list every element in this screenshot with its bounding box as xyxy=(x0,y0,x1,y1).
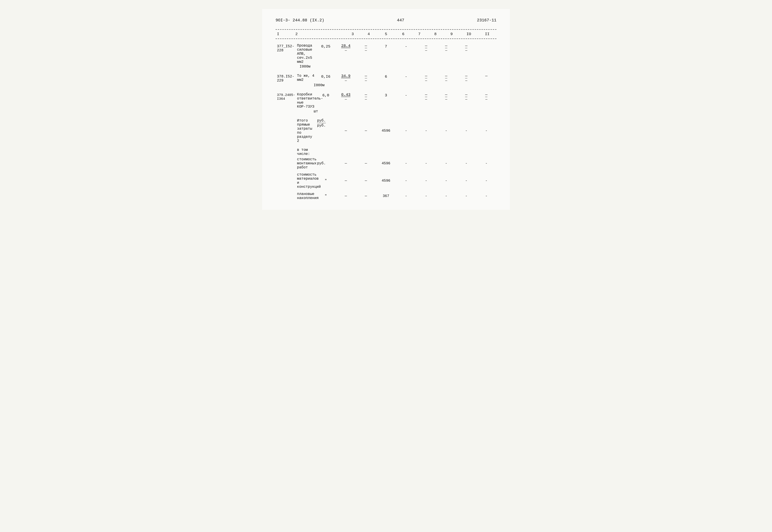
spacer-row2 xyxy=(276,170,496,172)
data-table: 377_I52-228 Провода силовые АПВ, сеч.2х5… xyxy=(276,43,496,201)
summary-unit-under: руб. xyxy=(317,124,326,128)
summary-unit-over: руб. xyxy=(317,119,326,123)
header-center: 447 xyxy=(397,18,404,23)
row2-col8-over: — xyxy=(425,74,427,78)
top-divider xyxy=(276,29,496,30)
summary-col9: - xyxy=(436,118,456,144)
row3-col11-under: — xyxy=(485,97,487,101)
row3-col5: — — xyxy=(356,92,376,109)
sub-row-2: стоимость материалов и конструкций " — —… xyxy=(276,172,496,190)
row3-unit: шт xyxy=(296,109,316,118)
table-row: 378.I52-229 То же, 4 мм2 0,I6 34,9 — — — xyxy=(276,73,496,83)
sub-row3-desc: плановые накопления xyxy=(296,191,316,201)
sub-row2-line2: конструкций xyxy=(297,185,314,189)
row1-col8-under: — xyxy=(425,49,427,52)
col-header-3: 3 xyxy=(345,31,361,37)
sub-row3-col8: - xyxy=(416,191,436,201)
header-right: 23167-11 xyxy=(477,18,496,23)
table-row: 379.2405-I364 Коробки ответвитель- ные К… xyxy=(276,92,496,109)
row2-col10: — — xyxy=(456,73,476,83)
sub-header-empty xyxy=(276,147,296,157)
row3-col9-over: — xyxy=(445,93,447,97)
row2-col5-over: — xyxy=(365,74,367,78)
sub-row1-col6: 4596 xyxy=(376,157,396,170)
summary-desc-line1: Итого прямые затраты xyxy=(297,119,314,131)
col-header-5: 5 xyxy=(377,31,395,37)
sub-row3-col9: - xyxy=(436,191,456,201)
row2-col9-under: — xyxy=(445,79,447,83)
row1-col5: — — xyxy=(356,43,376,65)
row3-col10-under: — xyxy=(465,97,467,101)
sub-row1-empty xyxy=(276,157,296,170)
row3-desc: Коробки ответвитель- ные КОР-73УЗ xyxy=(296,92,316,109)
row1-unit: I000м xyxy=(296,65,316,73)
sub-row1-col8: - xyxy=(416,157,436,170)
row1-code: 377_I52-228 xyxy=(276,43,296,65)
header-left: 9OI-3- 244.88 (IX.2) xyxy=(276,18,324,23)
spacer-row xyxy=(276,144,496,147)
row2-col10-over: — xyxy=(465,74,467,78)
row1-desc: Провода силовые АПВ, сеч.2х5 мм2 xyxy=(296,43,316,65)
summary-col4: — xyxy=(336,118,356,144)
summary-col6: 4596 xyxy=(376,118,396,144)
page: 9OI-3- 244.88 (IX.2) 447 23167-11 I 2 3 … xyxy=(262,9,510,210)
summary-col7: - xyxy=(396,118,416,144)
sub-row1-col10: - xyxy=(456,157,476,170)
summary-col10: - xyxy=(456,118,476,144)
row3-col9: — — xyxy=(436,92,456,109)
header: 9OI-3- 244.88 (IX.2) 447 23167-11 xyxy=(276,18,496,23)
row3-desc-line1: Коробки ответвитель- xyxy=(297,93,314,101)
row1-col10-over: — xyxy=(465,44,467,48)
sub-row3-col4: — xyxy=(336,191,356,201)
row1-col3: 0,25 xyxy=(316,43,336,65)
sub-row1-line2: работ xyxy=(297,165,314,170)
summary-col5: — xyxy=(356,118,376,144)
row1-col10-under: — xyxy=(465,49,467,52)
summary-total-row: Итого прямые затраты по разделу 2 руб. р… xyxy=(276,118,496,144)
sub-row1-desc: стоимость монтажных работ xyxy=(296,157,316,170)
row3-desc-line2: ные КОР-73УЗ xyxy=(297,101,314,109)
table-wrapper: I 2 3 4 5 6 7 8 9 IO II 377_I52-228 Пров… xyxy=(276,29,496,201)
row2-col10-under: — xyxy=(465,79,467,83)
summary-desc-line2: по разделу 2 xyxy=(297,131,314,143)
row2-col4-over: 34,9 xyxy=(341,74,350,78)
row1-col8: — — xyxy=(416,43,436,65)
sub-row1-line1: стоимость монтажных xyxy=(297,157,314,165)
row3-col3: 6,0 xyxy=(316,92,336,109)
column-headers-table: I 2 3 4 5 6 7 8 9 IO II xyxy=(276,31,496,37)
row2-col4: 34,9 — xyxy=(336,73,356,83)
row3-col4: 0,43 — xyxy=(336,92,356,109)
summary-col8: - xyxy=(416,118,436,144)
sub-row1-col11: - xyxy=(476,157,496,170)
sub-row2-col4: — xyxy=(336,172,356,190)
row2-desc-line1: То же, 4 мм2 xyxy=(297,74,314,82)
row1-col9: — — xyxy=(436,43,456,65)
row3-col8-over: — xyxy=(425,93,427,97)
sub-row3-col10: - xyxy=(456,191,476,201)
row3-col10-over: — xyxy=(465,93,467,97)
row1-col8-over: — xyxy=(425,44,427,48)
sub-row1-col9: - xyxy=(436,157,456,170)
row3-col9-under: — xyxy=(445,97,447,101)
row3-col4-under: — xyxy=(345,97,347,101)
col-header-9: 9 xyxy=(443,31,459,37)
sub-row-1: стоимость монтажных работ руб. — — 4596 … xyxy=(276,157,496,170)
row1-desc-line1: Провода силовые АПВ, xyxy=(297,44,314,56)
row1-col4-over: 28,4 xyxy=(341,44,350,48)
sub-row3-line1: плановые накопления xyxy=(297,192,314,200)
sub-row2-col9: - xyxy=(436,172,456,190)
sub-row-3: плановые накопления " — — 367 - - - - - xyxy=(276,191,496,201)
column-header-row: I 2 3 4 5 6 7 8 9 IO II xyxy=(276,31,496,37)
sub-row1-unit: руб. xyxy=(316,157,336,170)
sub-row3-empty xyxy=(276,191,296,201)
row2-col5-under: — xyxy=(365,79,367,83)
table-row: 377_I52-228 Провода силовые АПВ, сеч.2х5… xyxy=(276,43,496,65)
row3-col7: - xyxy=(396,92,416,109)
col-header-4: 4 xyxy=(361,31,377,37)
sub-row1-col7: - xyxy=(396,157,416,170)
sub-row3-col7: - xyxy=(396,191,416,201)
sub-row1-col5: — xyxy=(356,157,376,170)
sub-row3-col6: 367 xyxy=(376,191,396,201)
row1-col4: 28,4 — xyxy=(336,43,356,65)
row1-desc-line2: сеч.2х5 мм2 xyxy=(297,56,314,64)
